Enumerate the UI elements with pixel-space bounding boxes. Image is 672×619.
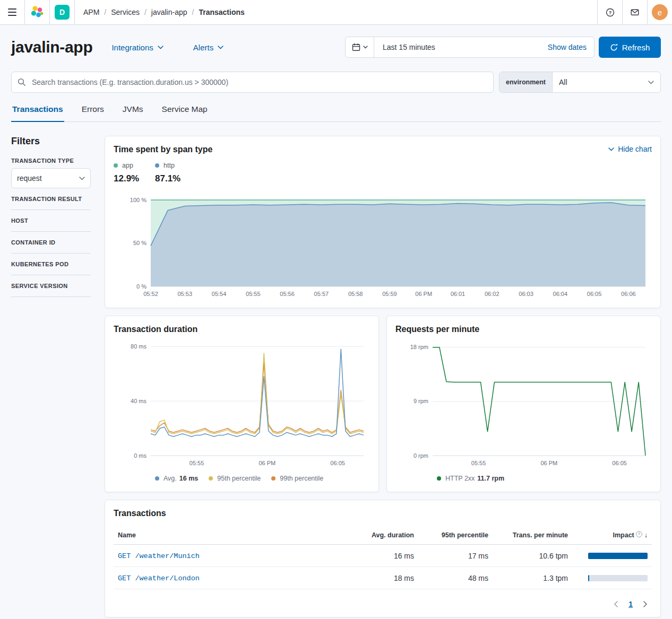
svg-text:80 ms: 80 ms (131, 343, 147, 350)
avg-duration-value: 18 ms (349, 567, 418, 589)
breadcrumb-separator: / (104, 8, 106, 16)
newsfeed-button[interactable] (622, 0, 647, 24)
transactions-table-panel: Transactions Name Avg. duration 95th per… (105, 500, 661, 617)
svg-text:06 PM: 06 PM (415, 291, 432, 297)
page-number[interactable]: 1 (628, 600, 633, 608)
svg-text:06:05: 06:05 (330, 460, 345, 466)
filters-title: Filters (11, 136, 91, 147)
environment-filter: environment All (499, 72, 661, 93)
tab-errors[interactable]: Errors (81, 104, 105, 121)
breadcrumb-separator: / (192, 8, 194, 16)
sort-desc-icon: ↓ (644, 531, 648, 539)
app-legend-dot (114, 163, 118, 168)
space-switcher[interactable]: D (50, 0, 75, 24)
svg-text:05:55: 05:55 (246, 291, 261, 297)
show-dates-link[interactable]: Show dates (548, 43, 594, 51)
svg-text:05:53: 05:53 (178, 291, 193, 297)
transaction-link-munich[interactable]: GET /weather/Munich (118, 552, 200, 560)
impact-bar (588, 575, 648, 581)
tpm-value: 1.3 tpm (493, 567, 572, 589)
mail-icon (631, 8, 639, 16)
http-2xx-legend-dot (437, 476, 441, 481)
rpm-legend: HTTP 2xx 11.7 rpm (437, 475, 652, 482)
legend-item-http[interactable]: http (155, 162, 196, 169)
column-header-avg-duration[interactable]: Avg. duration (349, 526, 418, 545)
filter-container-id: CONTAINER ID (11, 232, 91, 254)
svg-text:05:55: 05:55 (471, 460, 486, 466)
column-header-95th-percentile[interactable]: 95th percentile (418, 526, 493, 545)
tab-jvms[interactable]: JVMs (122, 104, 144, 121)
svg-text:100 %: 100 % (130, 197, 147, 203)
p99-legend-dot (271, 476, 275, 481)
duration-legend: Avg. 16 ms 95th percentile 99th percenti… (155, 475, 370, 482)
breadcrumb: APM / Services / javalin-app / Transacti… (83, 0, 597, 24)
hide-chart-button[interactable]: Hide chart (608, 145, 652, 153)
date-picker-calendar-button[interactable] (346, 37, 374, 57)
svg-text:0 %: 0 % (136, 283, 147, 290)
user-menu[interactable]: e (647, 0, 672, 24)
transaction-duration-title: Transaction duration (114, 325, 370, 334)
transaction-link-london[interactable]: GET /weather/London (118, 574, 200, 582)
filter-service-version: SERVICE VERSION (11, 275, 91, 297)
breadcrumb-service-name[interactable]: javalin-app (151, 8, 187, 16)
environment-select[interactable]: All (553, 72, 660, 92)
column-header-name[interactable]: Name (114, 526, 349, 545)
column-header-trans-per-minute[interactable]: Trans. per minute (493, 526, 572, 545)
http-percent: 87.1% (155, 173, 196, 184)
space-badge: D (55, 5, 70, 20)
svg-text:05:55: 05:55 (189, 460, 204, 466)
transaction-type-select[interactable]: request (11, 168, 91, 188)
filter-transaction-result: TRANSACTION RESULT (11, 188, 91, 210)
date-picker: Last 15 minutes Show dates (345, 37, 595, 58)
elastic-logo[interactable] (25, 0, 50, 24)
help-button[interactable]: ? (597, 0, 622, 24)
svg-text:06:04: 06:04 (553, 291, 568, 297)
tab-service-map[interactable]: Service Map (161, 104, 209, 121)
p95-value: 17 ms (418, 545, 493, 567)
impact-bar (588, 553, 648, 559)
svg-text:05:58: 05:58 (348, 291, 363, 297)
integrations-dropdown[interactable]: Integrations (111, 43, 163, 52)
time-spent-panel: Time spent by span type Hide chart app h… (105, 136, 661, 308)
filters-sidebar: Filters TRANSACTION TYPE request TRANSAC… (11, 136, 91, 617)
avg-duration-value: 16 ms (349, 545, 418, 567)
breadcrumb-apm[interactable]: APM (83, 8, 99, 16)
service-header: javalin-app Integrations Alerts (11, 37, 661, 58)
help-icon: ? (606, 8, 615, 17)
legend-item-app[interactable]: app (114, 162, 155, 169)
next-page-button[interactable] (643, 601, 648, 607)
chevron-down-icon (648, 81, 654, 84)
span-type-legend: app http (114, 162, 652, 169)
breadcrumb-services[interactable]: Services (111, 8, 140, 16)
menu-button[interactable] (0, 0, 25, 24)
requests-per-minute-chart: 18 rpm9 rpm0 rpm05:5506 PM06:05 (395, 339, 652, 468)
svg-text:9 rpm: 9 rpm (413, 398, 428, 404)
calendar-icon (352, 43, 360, 51)
tab-transactions[interactable]: Transactions (11, 104, 64, 122)
svg-text:?: ? (608, 10, 611, 15)
service-tabs: Transactions Errors JVMs Service Map (11, 104, 661, 122)
tpm-value: 10.6 tpm (493, 545, 572, 567)
time-range-value[interactable]: Last 15 minutes (374, 43, 548, 51)
refresh-button[interactable]: Refresh (599, 37, 661, 58)
previous-page-button[interactable] (614, 601, 618, 607)
p95-value: 48 ms (418, 567, 493, 589)
chevron-down-icon (363, 46, 368, 49)
refresh-icon (610, 43, 618, 51)
alerts-dropdown[interactable]: Alerts (193, 43, 223, 52)
hamburger-icon (8, 8, 16, 16)
svg-text:06 PM: 06 PM (259, 460, 275, 466)
svg-text:0 rpm: 0 rpm (413, 452, 428, 459)
legend-item-avg[interactable]: Avg. 16 ms (155, 475, 198, 482)
search-input[interactable] (11, 72, 494, 93)
requests-per-minute-panel: Requests per minute 18 rpm9 rpm0 rpm05:5… (386, 316, 661, 492)
legend-item-p95[interactable]: 95th percentile (209, 475, 261, 482)
transaction-duration-chart: 80 ms40 ms0 ms05:5506 PM06:05 (114, 339, 370, 468)
svg-text:05:54: 05:54 (212, 291, 227, 297)
app-percent: 12.9% (114, 173, 155, 184)
legend-item-p99[interactable]: 99th percentile (271, 475, 323, 482)
column-header-impact[interactable]: Impact?↓ (572, 526, 652, 545)
info-icon: ? (636, 531, 642, 537)
table-row: GET /weather/Munich 16 ms 17 ms 10.6 tpm (114, 545, 652, 567)
legend-item-http-2xx[interactable]: HTTP 2xx 11.7 rpm (437, 475, 504, 482)
